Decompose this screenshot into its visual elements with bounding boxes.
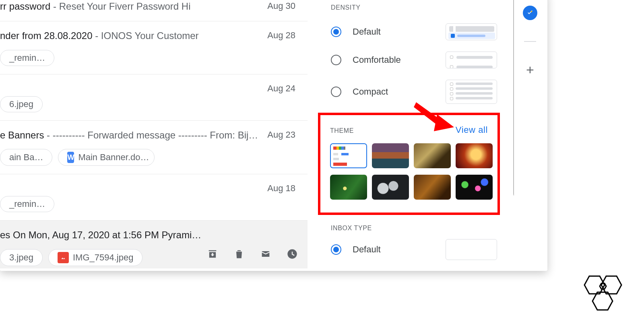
email-row[interactable]: Aug 18 _remin…: [0, 174, 308, 220]
email-row[interactable]: e Banners - ---------- Forwarded message…: [0, 120, 308, 174]
email-date: Aug 18: [267, 183, 295, 194]
email-date: Aug 30: [267, 1, 295, 11]
email-subject: rr password - Reset Your Fiverr Password…: [0, 0, 298, 13]
email-date: Aug 24: [267, 83, 295, 94]
tasks-icon[interactable]: [523, 6, 537, 20]
svg-marker-3: [592, 292, 613, 310]
section-header-inbox-type: INBOX TYPE Default: [318, 225, 510, 260]
theme-thumb[interactable]: [456, 175, 493, 200]
attachment-chip[interactable]: ain Ba…: [0, 149, 52, 166]
attachment-chip[interactable]: 6.jpeg: [0, 96, 43, 112]
email-subject: nder from 28.08.2020 - IONOS Your Custom…: [0, 29, 298, 42]
inbox-option-default[interactable]: Default: [331, 232, 497, 260]
theme-thumb[interactable]: [456, 143, 493, 168]
attachment-chip[interactable]: 3.jpeg: [0, 249, 43, 266]
mark-read-icon[interactable]: [260, 248, 271, 261]
archive-icon[interactable]: [207, 248, 218, 261]
density-preview-comfortable: [446, 52, 497, 68]
theme-thumb-default[interactable]: [330, 143, 367, 168]
addons-side-rail: +: [514, 0, 546, 271]
radio-icon: [331, 87, 341, 97]
section-header-theme: THEME View all: [330, 125, 488, 135]
email-subject: es On Mon, Aug 17, 2020 at 1:56 PM Pyram…: [0, 229, 298, 242]
email-subject: e Banners - ---------- Forwarded message…: [0, 129, 298, 142]
density-preview-compact: [446, 80, 497, 104]
theme-thumb[interactable]: [330, 175, 367, 200]
theme-thumbnails: [330, 143, 488, 200]
email-row[interactable]: rr password - Reset Your Fiverr Password…: [0, 0, 308, 21]
email-row[interactable]: es On Mon, Aug 17, 2020 at 1:56 PM Pyram…: [0, 220, 308, 268]
attachment-chip[interactable]: IMG_7594.jpeg: [48, 249, 142, 266]
density-preview-default: [446, 23, 497, 40]
inbox-preview: [446, 239, 497, 260]
theme-thumb[interactable]: [372, 175, 409, 200]
theme-thumb[interactable]: [414, 143, 451, 168]
density-option-compact[interactable]: Compact: [318, 74, 510, 109]
svg-point-0: [531, 11, 532, 12]
theme-thumb[interactable]: [414, 175, 451, 200]
hexagon-logo-icon: [577, 269, 630, 315]
density-option-comfortable[interactable]: Comfortable: [318, 46, 510, 74]
email-date: Aug 28: [267, 30, 295, 41]
attachment-chip[interactable]: _remin…: [0, 196, 54, 212]
word-doc-icon: W: [67, 152, 74, 163]
theme-thumb[interactable]: [372, 143, 409, 168]
image-file-icon: [58, 252, 69, 263]
email-date: Aug 23: [267, 130, 295, 140]
attachment-chip[interactable]: W Main Banner.do…: [58, 149, 155, 166]
row-hover-toolbar: [207, 248, 298, 261]
email-row[interactable]: Aug 24 6.jpeg: [0, 74, 308, 120]
radio-icon: [331, 55, 341, 65]
screenshot-card: rr password - Reset Your Fiverr Password…: [0, 0, 547, 271]
section-header-density: DENSITY: [318, 4, 510, 11]
theme-view-all-link[interactable]: View all: [456, 125, 488, 135]
get-addons-icon[interactable]: +: [526, 63, 534, 76]
rail-divider: [524, 41, 536, 42]
radio-selected-icon: [331, 27, 341, 37]
attachment-chip[interactable]: _remin…: [0, 50, 54, 66]
email-list: rr password - Reset Your Fiverr Password…: [0, 0, 308, 271]
theme-section-highlighted: THEME View all: [318, 113, 500, 215]
density-option-default[interactable]: Default: [318, 18, 510, 46]
radio-selected-icon: [331, 244, 341, 255]
quick-settings-panel: DENSITY Default Comfortable Compact: [318, 0, 510, 271]
email-row[interactable]: nder from 28.08.2020 - IONOS Your Custom…: [0, 21, 308, 74]
delete-icon[interactable]: [233, 248, 245, 261]
snooze-icon[interactable]: [287, 248, 298, 261]
